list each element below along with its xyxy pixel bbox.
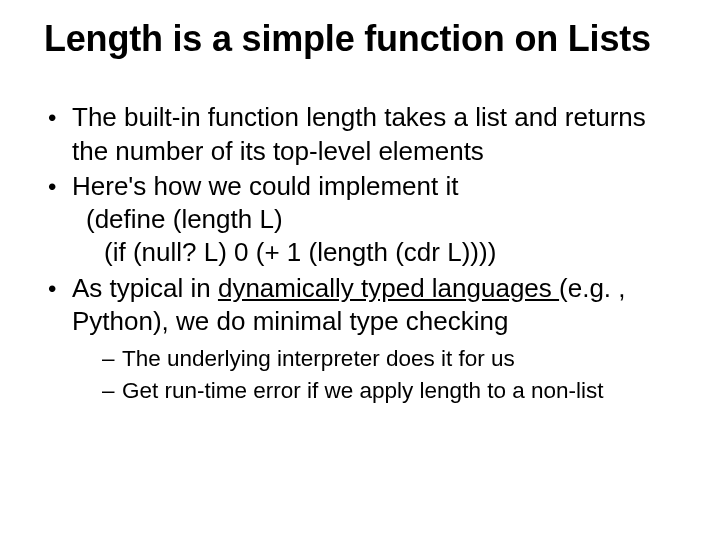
bullet-item: • The built-in function length takes a l… <box>44 101 676 168</box>
sub-bullet-list: – The underlying interpreter does it for… <box>72 344 676 405</box>
sub-bullet-text: Get run-time error if we apply length to… <box>122 378 603 403</box>
bullet-text: The built-in function length takes a lis… <box>72 102 646 165</box>
bullet-item: • As typical in dynamically typed langua… <box>44 272 676 405</box>
sub-bullet-item: – The underlying interpreter does it for… <box>102 344 676 373</box>
slide-title: Length is a simple function on Lists <box>44 18 676 59</box>
code-line: (define (length L) <box>72 203 676 236</box>
link-text[interactable]: dynamically typed languages <box>218 273 559 303</box>
code-line: (if (null? L) 0 (+ 1 (length (cdr L)))) <box>72 236 676 269</box>
sub-bullet-text: The underlying interpreter does it for u… <box>122 346 515 371</box>
bullet-list: • The built-in function length takes a l… <box>44 101 676 404</box>
bullet-icon: • <box>48 101 56 134</box>
bullet-icon: • <box>48 170 56 203</box>
bullet-icon: • <box>48 272 56 305</box>
bullet-text-prefix: As typical in <box>72 273 218 303</box>
dash-icon: – <box>102 344 115 373</box>
sub-bullet-item: – Get run-time error if we apply length … <box>102 376 676 405</box>
bullet-item: • Here's how we could implement it (defi… <box>44 170 676 270</box>
dash-icon: – <box>102 376 115 405</box>
bullet-text: Here's how we could implement it <box>72 171 458 201</box>
